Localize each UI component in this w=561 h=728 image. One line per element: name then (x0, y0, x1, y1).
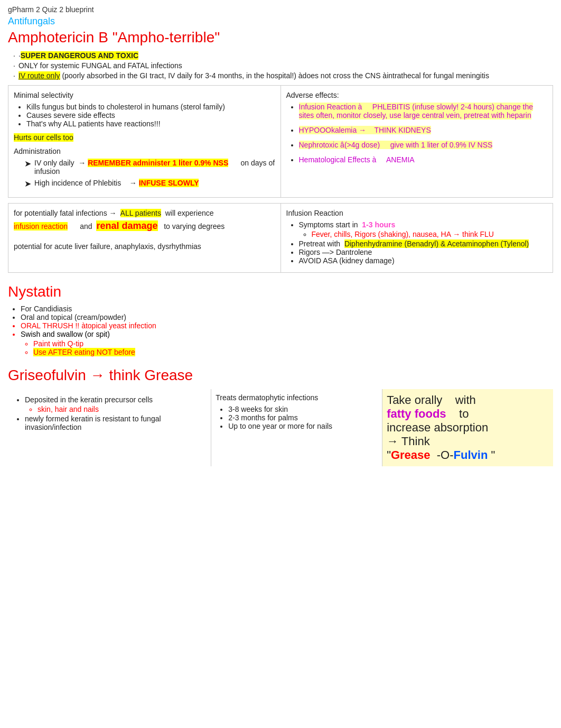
griseo-col1-list: Deposited in the keratin precursor cells… (12, 395, 207, 431)
minimal-selectivity-title: Minimal selectivity (14, 91, 275, 99)
ms-bullet-3: That's why ALL patients have reactions!!… (26, 119, 275, 128)
admin-item-2: ➤ High incidence of Phlebitis → INFUSE S… (14, 179, 275, 189)
ir-bullet-1: Symptoms start in 1-3 hours Fever, chill… (299, 220, 548, 238)
all-patients-highlight: ALL patients (120, 209, 161, 217)
nystatin-sub-1: Paint with Q-tip (33, 339, 553, 348)
nystatin-section: Nystatin For Candidiasis Oral and topica… (8, 283, 553, 356)
bottom-section: for potentially fatal infections → ALL p… (8, 203, 553, 273)
adverse-effects-list: Infusion Reaction à PHLEBITIS (infuse sl… (286, 103, 548, 164)
griseo-col1-bullet1: Deposited in the keratin precursor cells… (25, 395, 207, 413)
ms-bullet-2: Causes severe side effects (26, 111, 275, 119)
infusion-reaction-title: Infusion Reaction (286, 209, 548, 217)
ir-subbullets: Fever, chills, Rigors (shaking), nausea,… (299, 230, 548, 238)
top-bullets-list: · SUPER DANGEROUS AND TOXIC ONLY for sys… (8, 51, 553, 80)
fatty-foods-highlight: fatty foods (387, 407, 446, 420)
left-column: Minimal selectivity Kills fungus but bin… (8, 86, 281, 197)
ir-bullet-4: AVOID ASA (kidney damage) (299, 256, 548, 265)
adverse-2: HYPOOOkalemia → THINK KIDNEYS (299, 126, 548, 134)
ir-sub-1: Fever, chills, Rigors (shaking), nausea,… (312, 230, 548, 238)
griseo-col2: Treats dermatophytic infections 3-8 week… (211, 389, 382, 466)
griseo-col2-bullet3: Up to one year or more for nails (228, 422, 378, 430)
adverse-3: Nephrotoxic â(>4g dose) give with 1 lite… (299, 141, 548, 149)
right-column: Adverse effects: Infusion Reaction à PHL… (281, 86, 553, 197)
main-title: Amphotericin B "Ampho-terrible" (8, 29, 553, 46)
top-bullet-2-text: ONLY for systemic FUNGAL and FATAL infec… (18, 61, 182, 70)
top-bullet-1-text: SUPER DANGEROUS AND TOXIC (21, 51, 138, 60)
infusion-reaction-highlight: infusion reaction (14, 222, 68, 231)
griseofulvin-section: Griseofulvin → think Grease Deposited in… (8, 367, 553, 466)
griseo-take-orally: Take orally with fatty foods to increase… (387, 393, 549, 462)
nystatin-bullet-2: Oral and topical (cream/powder) (21, 313, 553, 321)
nystatin-title: Nystatin (8, 283, 553, 300)
griseo-col1-sub: skin, hair and nails (25, 405, 207, 413)
griseo-col2-bullet2: 2-3 months for palms (228, 413, 378, 422)
griseo-col2-bullet1: 3-8 weeks for skin (228, 405, 378, 413)
page-title: gPharm 2 Quiz 2 blueprint (8, 5, 553, 14)
nystatin-swish: Swish and swallow (or spit) Paint with Q… (21, 330, 553, 356)
bottom-line2: infusion reaction and renal damage to va… (14, 220, 275, 232)
pretreat-highlight: Diphenhydramine (Benadryl) & Acetaminoph… (344, 239, 529, 248)
adverse-effects-title: Adverse effects: (286, 91, 548, 99)
section-subtitle: Antifungals (8, 16, 553, 27)
top-bullet-2: ONLY for systemic FUNGAL and FATAL infec… (13, 61, 553, 70)
hours-highlight: 1-3 hours (362, 220, 395, 229)
top-bullet-3-highlight: IV route only (18, 71, 60, 80)
griseo-col1-bullet2: newly formed keratin is resistant to fun… (25, 414, 207, 431)
top-bullet-3: IV route only (poorly absorbed in the GI… (13, 71, 553, 80)
infusion-reaction-list: Symptoms start in 1-3 hours Fever, chill… (286, 220, 548, 265)
nystatin-list: For Candidiasis Oral and topical (cream/… (8, 305, 553, 356)
top-bullet-1: · SUPER DANGEROUS AND TOXIC (13, 51, 553, 60)
fulvin-text: Fulvin (454, 448, 488, 462)
ms-bullet-1: Kills fungus but binds to cholesterol in… (26, 103, 275, 111)
griseofulvin-title: Griseofulvin → think Grease (8, 367, 553, 384)
griseo-col1: Deposited in the keratin precursor cells… (8, 389, 211, 466)
griseo-treats-title: Treats dermatophytic infections (216, 393, 378, 402)
hurts-text: Hurts our cells too (14, 133, 73, 142)
bottom-line1: for potentially fatal infections → ALL p… (14, 209, 275, 217)
ir-bullet-3: Rigors —> Dantrolene (299, 248, 548, 256)
adverse-1: Infusion Reaction à PHLEBITIS (infuse sl… (299, 103, 548, 119)
top-bullet-3-text: (poorly absorbed in the GI tract, IV dai… (60, 71, 489, 80)
ampho-details-section: Minimal selectivity Kills fungus but bin… (8, 85, 553, 198)
bottom-left: for potentially fatal infections → ALL p… (8, 204, 281, 272)
admin-title: Administration (14, 147, 275, 155)
renal-damage-highlight: renal damage (96, 220, 157, 231)
bottom-right: Infusion Reaction Symptoms start in 1-3 … (281, 204, 553, 272)
nystatin-sub: Paint with Q-tip Use AFTER eating NOT be… (21, 339, 553, 356)
grease-text: Grease (391, 448, 431, 462)
griseo-three-col: Deposited in the keratin precursor cells… (8, 389, 553, 466)
nystatin-bullet-1: For Candidiasis (21, 305, 553, 313)
ir-bullet-2: Pretreat with Diphenhydramine (Benadryl)… (299, 239, 548, 248)
nystatin-sub-2: Use AFTER eating NOT before (33, 348, 553, 356)
bottom-line3: potential for acute liver failure, anaph… (14, 242, 275, 251)
griseo-col3: Take orally with fatty foods to increase… (382, 389, 553, 466)
griseo-col2-list: 3-8 weeks for skin 2-3 months for palms … (216, 405, 378, 430)
nystatin-oral-thrush: ORAL THRUSH !! àtopical yeast infection (21, 321, 553, 330)
adverse-4: Hematological Effects à ANEMIA (299, 155, 548, 164)
minimal-selectivity-list: Kills fungus but binds to cholesterol in… (14, 103, 275, 128)
admin-item-1: ➤ IV only daily → REMEMBER administer 1 … (14, 159, 275, 176)
griseo-skin-sub: skin, hair and nails (38, 405, 207, 413)
